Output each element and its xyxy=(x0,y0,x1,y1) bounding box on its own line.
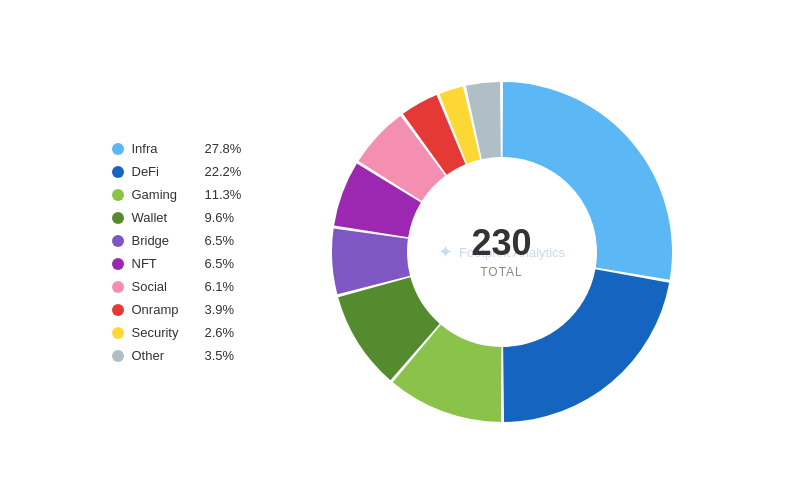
legend-dot xyxy=(112,166,124,178)
legend-label: Security xyxy=(132,325,197,340)
legend-pct: 6.5% xyxy=(205,256,235,271)
legend-pct: 6.5% xyxy=(205,233,235,248)
legend-dot xyxy=(112,143,124,155)
legend-label: Onramp xyxy=(132,302,197,317)
donut-chart-container: 230 TOTAL ✦ Footprint Analytics xyxy=(312,62,692,442)
legend-label: Social xyxy=(132,279,197,294)
chart-legend: Infra 27.8% DeFi 22.2% Gaming 11.3% Wall… xyxy=(112,141,292,363)
legend-item-gaming: Gaming 11.3% xyxy=(112,187,292,202)
legend-label: Wallet xyxy=(132,210,197,225)
legend-item-infra: Infra 27.8% xyxy=(112,141,292,156)
legend-item-defi: DeFi 22.2% xyxy=(112,164,292,179)
legend-dot xyxy=(112,350,124,362)
total-label: TOTAL xyxy=(471,265,531,279)
legend-label: DeFi xyxy=(132,164,197,179)
legend-dot xyxy=(112,304,124,316)
legend-dot xyxy=(112,235,124,247)
legend-pct: 22.2% xyxy=(205,164,242,179)
legend-pct: 11.3% xyxy=(205,187,242,202)
legend-label: Infra xyxy=(132,141,197,156)
legend-dot xyxy=(112,281,124,293)
donut-segment-defi xyxy=(503,269,669,422)
legend-item-bridge: Bridge 6.5% xyxy=(112,233,292,248)
legend-dot xyxy=(112,327,124,339)
total-number: 230 xyxy=(471,225,531,261)
legend-item-wallet: Wallet 9.6% xyxy=(112,210,292,225)
legend-item-social: Social 6.1% xyxy=(112,279,292,294)
legend-item-nft: NFT 6.5% xyxy=(112,256,292,271)
legend-label: Other xyxy=(132,348,197,363)
legend-pct: 2.6% xyxy=(205,325,235,340)
legend-dot xyxy=(112,189,124,201)
legend-pct: 6.1% xyxy=(205,279,235,294)
legend-pct: 3.9% xyxy=(205,302,235,317)
legend-item-security: Security 2.6% xyxy=(112,325,292,340)
legend-pct: 27.8% xyxy=(205,141,242,156)
legend-label: Gaming xyxy=(132,187,197,202)
legend-label: NFT xyxy=(132,256,197,271)
legend-label: Bridge xyxy=(132,233,197,248)
main-container: Infra 27.8% DeFi 22.2% Gaming 11.3% Wall… xyxy=(0,0,803,504)
legend-item-other: Other 3.5% xyxy=(112,348,292,363)
legend-pct: 9.6% xyxy=(205,210,235,225)
chart-center: 230 TOTAL xyxy=(471,225,531,279)
legend-dot xyxy=(112,258,124,270)
legend-item-onramp: Onramp 3.9% xyxy=(112,302,292,317)
legend-pct: 3.5% xyxy=(205,348,235,363)
legend-dot xyxy=(112,212,124,224)
